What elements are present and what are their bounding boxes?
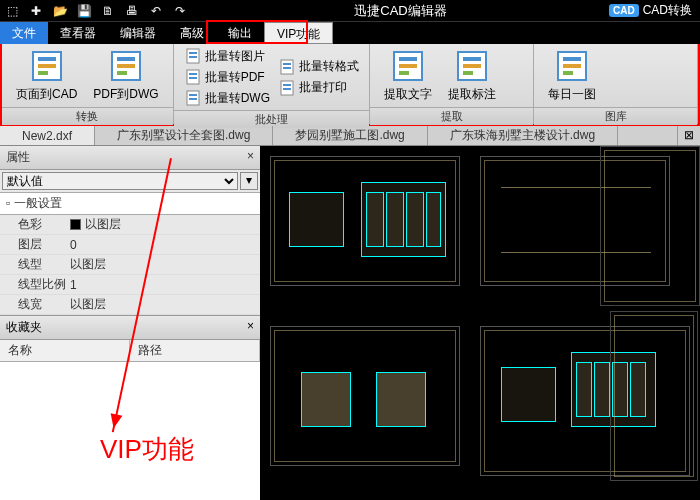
svg-rect-30	[463, 71, 473, 75]
svg-rect-32	[563, 57, 581, 61]
print-icon[interactable]: 🖶	[122, 2, 142, 20]
doc-icon	[278, 58, 296, 76]
svg-rect-24	[399, 57, 417, 61]
open-icon[interactable]: 📂	[50, 2, 70, 20]
props-grid: 色彩以图层图层0线型以图层线型比例1线宽以图层	[0, 215, 260, 315]
ribbon: 页面到CADPDF到DWG转换批量转图片批量转PDF批量转DWG批量转格式批量打…	[0, 44, 700, 126]
fav-body	[0, 362, 260, 500]
undo-icon[interactable]: ↶	[146, 2, 166, 20]
ribbon-group-label: 转换	[2, 107, 173, 125]
svg-rect-18	[283, 63, 291, 65]
prop-row[interactable]: 图层0	[0, 235, 260, 255]
cad-convert-button[interactable]: CAD转换	[643, 2, 692, 19]
prop-row[interactable]: 色彩以图层	[0, 215, 260, 235]
svg-rect-25	[399, 64, 417, 68]
svg-rect-5	[117, 57, 135, 61]
menu-2[interactable]: 编辑器	[108, 22, 168, 44]
doc-tab[interactable]: 梦园别墅施工图.dwg	[273, 126, 427, 145]
ribbon-icon	[554, 48, 590, 84]
svg-rect-10	[189, 56, 197, 58]
svg-rect-22	[283, 88, 291, 90]
ribbon-icon	[29, 48, 65, 84]
svg-rect-2	[38, 64, 56, 68]
svg-rect-19	[283, 67, 291, 69]
doc-icon	[184, 89, 202, 107]
cad-badge: CAD	[609, 4, 639, 17]
props-default-select[interactable]: 默认值	[2, 172, 238, 190]
prop-row[interactable]: 线宽以图层	[0, 295, 260, 315]
pdf-icon[interactable]: 🗎	[98, 2, 118, 20]
app-title: 迅捷CAD编辑器	[192, 2, 609, 20]
props-dropdown-icon[interactable]: ▾	[240, 172, 258, 190]
doc-tab[interactable]: New2.dxf	[0, 126, 95, 145]
app-logo-icon: ⬚	[2, 2, 22, 20]
ribbon-btn[interactable]: 每日一图	[540, 46, 604, 105]
fav-close-icon[interactable]: ×	[247, 319, 254, 336]
props-section[interactable]: ▫ 一般设置	[0, 192, 260, 215]
annotation-box-tabs	[206, 20, 308, 44]
menu-1[interactable]: 查看器	[48, 22, 108, 44]
doc-icon	[278, 79, 296, 97]
fav-header: 收藏夹	[6, 319, 42, 336]
fav-col[interactable]: 名称	[0, 340, 130, 361]
ribbon-btn[interactable]: 页面到CAD	[8, 46, 85, 105]
prop-row[interactable]: 线型比例1	[0, 275, 260, 295]
ribbon-icon	[108, 48, 144, 84]
ribbon-small-btn[interactable]: 批量打印	[274, 78, 363, 98]
tab-close-icon[interactable]: ⊠	[677, 126, 700, 145]
save-icon[interactable]: 💾	[74, 2, 94, 20]
doc-icon	[184, 47, 202, 65]
new-icon[interactable]: ✚	[26, 2, 46, 20]
drawing-canvas[interactable]	[260, 146, 700, 500]
menu-0[interactable]: 文件	[0, 22, 48, 44]
ribbon-small-btn[interactable]: 批量转图片	[180, 46, 274, 66]
ribbon-group-label: 提取	[370, 107, 533, 125]
fav-col[interactable]: 路径	[130, 340, 260, 361]
ribbon-small-btn[interactable]: 批量转DWG	[180, 88, 274, 108]
props-close-icon[interactable]: ×	[247, 149, 254, 166]
svg-rect-34	[563, 71, 573, 75]
svg-rect-16	[189, 98, 197, 100]
ribbon-small-btn[interactable]: 批量转格式	[274, 57, 363, 77]
svg-rect-9	[189, 52, 197, 54]
svg-rect-28	[463, 57, 481, 61]
doc-icon	[184, 68, 202, 86]
svg-rect-33	[563, 64, 581, 68]
ribbon-small-btn[interactable]: 批量转PDF	[180, 67, 274, 87]
annotation-text: VIP功能	[100, 432, 194, 467]
ribbon-btn[interactable]: 提取标注	[440, 46, 504, 105]
props-header: 属性	[6, 149, 30, 166]
ribbon-btn[interactable]: PDF到DWG	[85, 46, 166, 105]
prop-row[interactable]: 线型以图层	[0, 255, 260, 275]
svg-rect-13	[189, 77, 197, 79]
svg-rect-3	[38, 71, 48, 75]
ribbon-icon	[390, 48, 426, 84]
svg-rect-15	[189, 94, 197, 96]
svg-rect-1	[38, 57, 56, 61]
ribbon-btn[interactable]: 提取文字	[376, 46, 440, 105]
svg-rect-21	[283, 84, 291, 86]
svg-rect-7	[117, 71, 127, 75]
svg-rect-12	[189, 73, 197, 75]
svg-rect-29	[463, 64, 481, 68]
svg-rect-26	[399, 71, 409, 75]
ribbon-icon	[454, 48, 490, 84]
doc-tab[interactable]: 广东珠海别墅主楼设计.dwg	[428, 126, 618, 145]
redo-icon[interactable]: ↷	[170, 2, 190, 20]
document-tabs: New2.dxf广东别墅设计全套图.dwg梦园别墅施工图.dwg广东珠海别墅主楼…	[0, 126, 700, 146]
color-swatch	[70, 219, 81, 230]
menubar: 文件查看器编辑器高级输出VIP功能	[0, 22, 700, 44]
svg-rect-6	[117, 64, 135, 68]
ribbon-group-label: 图库	[534, 107, 697, 125]
doc-tab[interactable]: 广东别墅设计全套图.dwg	[95, 126, 273, 145]
